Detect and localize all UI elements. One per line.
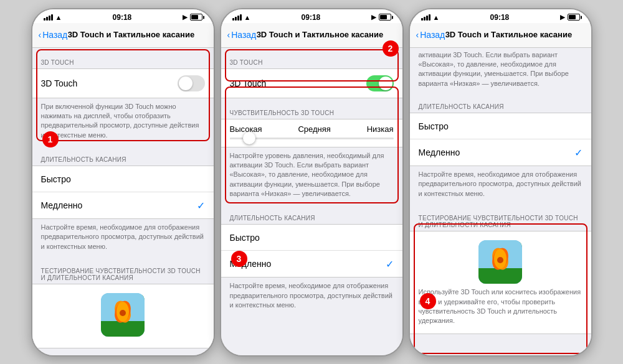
signal-bar-3 (49, 16, 50, 21)
slider-label-low: Низкая (367, 124, 394, 134)
test-section-3: ТЕСТИРОВАНИЕ ЧУВСТВИТЕЛЬНОСТИ 3D TOUCH И… (410, 215, 591, 334)
nav-title-3: 3D Touch и Тактильное касание (445, 30, 572, 40)
test-section-1: ТЕСТИРОВАНИЕ ЧУВСТВИТЕЛЬНОСТИ 3D TOUCH И… (32, 268, 214, 348)
flower-svg-3 (478, 240, 522, 284)
status-left-1: ▲ (44, 14, 62, 21)
desc-duration-3: Настройте время, необходимое для отображ… (410, 166, 591, 203)
toggle-thumb-2 (379, 77, 392, 90)
signal-2: ▶ (371, 14, 376, 21)
phone-2-wrapper: ▲ 09:18 ▶ ‹ Назад 3D Touch и Тактильное … (220, 8, 404, 357)
section-body-duration-1: Быстро Медленно ✓ (32, 166, 214, 219)
fast-row-2[interactable]: Быстро (221, 225, 402, 251)
nav-bar-1: ‹ Назад 3D Touch и Тактильное касание (32, 23, 214, 48)
touch-duration-section-1: ДЛИТЕЛЬНОСТЬ КАСАНИЯ Быстро Медленно ✓ Н… (32, 156, 214, 256)
signal-bar-1 (44, 18, 45, 21)
phone-3-wrapper: ▲ 09:18 ▶ ‹ Назад 3D Touch и Тактильное … (409, 8, 592, 357)
3d-touch-row-1: 3D Touch (32, 69, 214, 98)
slider-track-2[interactable] (230, 138, 394, 139)
slow-check-1: ✓ (197, 200, 205, 212)
fast-row-1[interactable]: Быстро (32, 166, 214, 192)
content-1[interactable]: 3D TOUCH 3D Touch При включенной функции… (32, 48, 214, 355)
section-body-test-3: Используйте 3D Touch или коснитесь изобр… (410, 231, 591, 334)
section-body-test-1 (32, 284, 214, 348)
slow-label-3: Медленно (419, 147, 574, 157)
touch-duration-section-3: ДЛИТЕЛЬНОСТЬ КАСАНИЯ Быстро Медленно ✓ Н… (410, 103, 591, 203)
desc-duration-1: Настройте время, необходимое для отображ… (32, 219, 214, 256)
status-right-3: ▶ (560, 14, 580, 21)
3d-touch-section-2: 3D TOUCH 3D Touch (221, 59, 402, 98)
section-body-3dtouch-1: 3D Touch (32, 68, 214, 98)
fast-label-1: Быстро (41, 174, 205, 184)
chevron-left-icon-3: ‹ (416, 30, 419, 40)
time-1: 09:18 (113, 13, 132, 22)
time-2: 09:18 (302, 13, 321, 22)
back-button-2[interactable]: ‹ Назад (227, 30, 257, 40)
nav-title-1: 3D Touch и Тактильное касание (67, 30, 194, 40)
battery-1 (190, 14, 202, 21)
battery-3 (568, 14, 580, 21)
touch-duration-section-2: ДЛИТЕЛЬНОСТЬ КАСАНИЯ Быстро Медленно ✓ Н… (221, 215, 402, 315)
3d-touch-toggle-1[interactable] (178, 75, 205, 91)
back-button-1[interactable]: ‹ Назад (39, 30, 68, 40)
content-3[interactable]: активации 3D Touch. Если выбрать вариант… (410, 48, 591, 355)
svg-rect-7 (478, 268, 522, 284)
badge-3: 3 (231, 251, 247, 267)
svg-point-11 (497, 257, 503, 263)
status-left-3: ▲ (421, 14, 440, 21)
status-bar-3: ▲ 09:18 ▶ (410, 9, 591, 23)
badge-2: 2 (383, 40, 399, 57)
signal-bars-2 (232, 14, 242, 21)
3d-touch-toggle-2[interactable] (366, 75, 394, 91)
phone-2: ▲ 09:18 ▶ ‹ Назад 3D Touch и Тактильное … (220, 8, 404, 357)
flower-image-3[interactable] (478, 240, 522, 284)
test-area-1[interactable] (32, 284, 214, 348)
test-desc-3: Используйте 3D Touch или коснитесь изобр… (419, 287, 583, 326)
fast-label-3: Быстро (419, 121, 583, 131)
phones-container: ▲ 09:18 ▶ ‹ Назад 3D Touch и Тактильное … (25, 2, 599, 363)
battery-fill-1 (191, 15, 198, 19)
slider-section-2: Высокая Средняя Низкая (221, 119, 402, 147)
chevron-left-icon-1: ‹ (39, 30, 42, 40)
status-right-2: ▶ (371, 14, 391, 21)
section-header-test-1: ТЕСТИРОВАНИЕ ЧУВСТВИТЕЛЬНОСТИ 3D TOUCH И… (32, 268, 214, 284)
fast-label-2: Быстро (230, 233, 394, 243)
slow-label-2: Медленно (230, 259, 386, 269)
3d-touch-label-2: 3D Touch (230, 78, 366, 88)
test-area-3[interactable]: Используйте 3D Touch или коснитесь изобр… (410, 231, 591, 334)
nav-title-2: 3D Touch и Тактильное касание (256, 30, 383, 40)
slider-thumb-2[interactable] (243, 132, 255, 144)
section-header-3dtouch-2: 3D TOUCH (221, 59, 402, 68)
slow-row-2[interactable]: Медленно ✓ (221, 251, 402, 277)
section-header-duration-2: ДЛИТЕЛЬНОСТЬ КАСАНИЯ (221, 215, 402, 224)
section-body-duration-3: Быстро Медленно ✓ (410, 113, 591, 166)
content-2[interactable]: 3D TOUCH 3D Touch ЧУВСТВИТЕЛЬНОСТЬ 3D TO… (221, 48, 402, 355)
section-header-3dtouch-1: 3D TOUCH (32, 59, 214, 68)
partial-text-3: активации 3D Touch. Если выбрать вариант… (410, 48, 591, 93)
nav-bar-2: ‹ Назад 3D Touch и Тактильное касание (221, 23, 402, 48)
fast-row-3[interactable]: Быстро (410, 113, 591, 139)
phone-3: ▲ 09:18 ▶ ‹ Назад 3D Touch и Тактильное … (409, 8, 592, 357)
slow-row-1[interactable]: Медленно ✓ (32, 192, 214, 218)
svg-point-5 (120, 310, 126, 316)
flower-svg-1 (101, 293, 145, 337)
slow-check-2: ✓ (386, 258, 394, 270)
section-body-duration-2: Быстро Медленно ✓ (221, 224, 402, 278)
section-header-test-3: ТЕСТИРОВАНИЕ ЧУВСТВИТЕЛЬНОСТИ 3D TOUCH И… (410, 215, 591, 231)
desc-3dtouch-1: При включенной функции 3D Touch можно на… (32, 98, 214, 146)
slow-row-3[interactable]: Медленно ✓ (410, 139, 591, 166)
3d-touch-label-1: 3D Touch (41, 78, 178, 88)
status-bar-2: ▲ 09:18 ▶ (221, 9, 402, 23)
sensitivity-section-2: ЧУВСТВИТЕЛЬНОСТЬ 3D TOUCH Высокая Средня… (221, 110, 402, 204)
back-button-3[interactable]: ‹ Назад (416, 30, 445, 40)
slow-label-1: Медленно (41, 200, 197, 210)
wifi-icon-3: ▲ (433, 14, 440, 21)
phone-1: ▲ 09:18 ▶ ‹ Назад 3D Touch и Тактильное … (31, 8, 215, 357)
status-right-1: ▶ (183, 14, 202, 21)
toggle-thumb-1 (179, 77, 193, 90)
signal-bars-3 (421, 14, 430, 21)
desc-sensitivity-2: Настройте уровень давления, необходимый … (221, 147, 402, 204)
status-bar-1: ▲ 09:18 ▶ (32, 9, 214, 23)
section-body-sensitivity-2: Высокая Средняя Низкая (221, 119, 402, 147)
battery-2 (379, 14, 391, 21)
flower-image-1[interactable] (101, 293, 145, 337)
